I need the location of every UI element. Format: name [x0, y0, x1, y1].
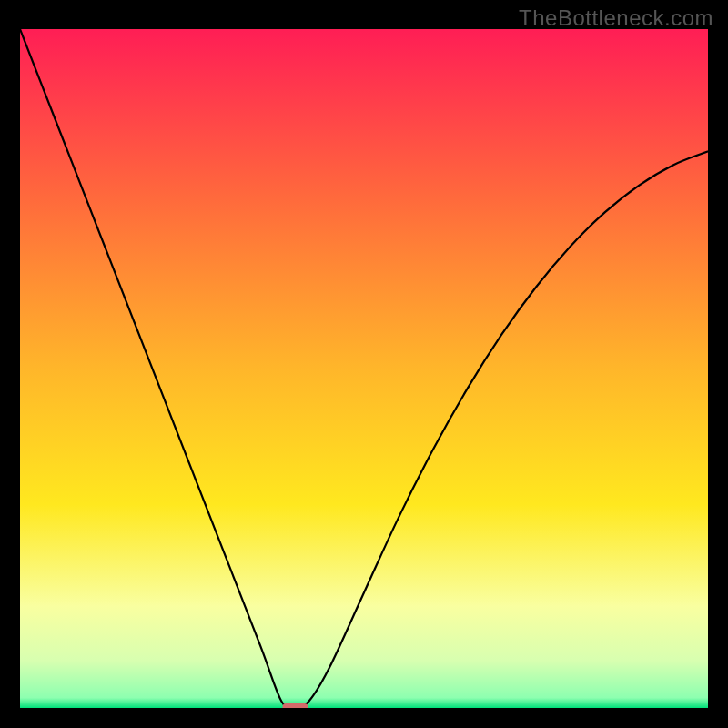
chart-svg [20, 29, 708, 708]
chart-frame: TheBottleneck.com [0, 0, 728, 728]
minimum-marker [282, 703, 308, 708]
watermark-text: TheBottleneck.com [519, 5, 713, 31]
plot-area [18, 27, 710, 710]
chart-background [20, 29, 708, 708]
